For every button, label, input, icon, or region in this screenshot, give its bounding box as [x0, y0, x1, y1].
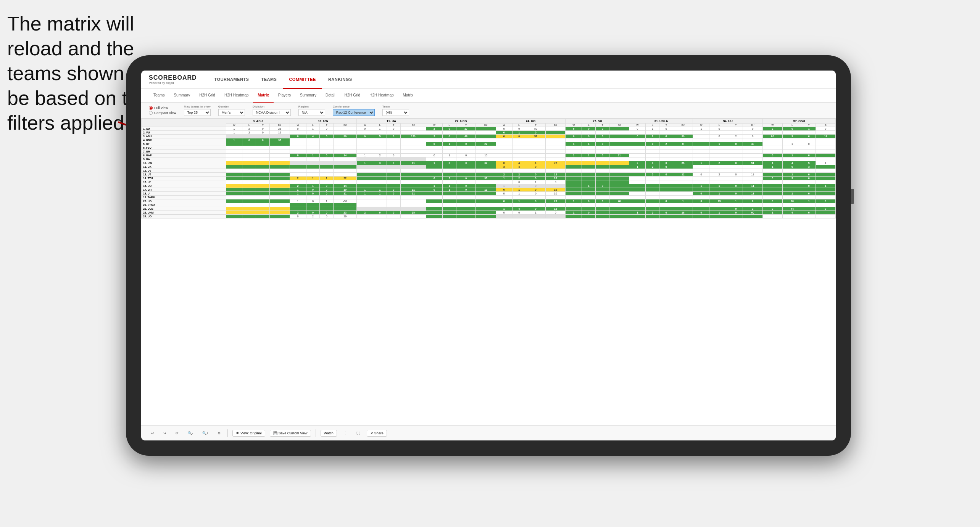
subnav-summary2[interactable]: Summary — [295, 89, 321, 103]
sh-uw-l: L — [306, 124, 320, 127]
division-select[interactable]: NCAA Division I NCAA Division II NCAA Di… — [253, 109, 291, 116]
nav-rankings[interactable]: RANKINGS — [322, 71, 358, 89]
subnav-detail[interactable]: Detail — [321, 89, 340, 103]
matrix-cell — [582, 207, 596, 211]
team-select[interactable]: (All) — [382, 109, 409, 116]
matrix-cell: 0 — [802, 192, 816, 196]
sh-ucla-l: L — [646, 124, 659, 127]
matrix-cell — [373, 142, 387, 146]
watch-label: Watch — [324, 431, 334, 435]
matrix-cell — [426, 211, 443, 215]
zoom-out-button[interactable]: 🔍- — [185, 430, 195, 436]
subnav-summary[interactable]: Summary — [169, 89, 195, 103]
matrix-cell — [659, 154, 673, 157]
matrix-cell — [566, 173, 582, 177]
nav-committee[interactable]: COMMITTEE — [283, 71, 322, 89]
share-button[interactable]: ↗ Share — [367, 430, 387, 437]
matrix-cell: 0 — [512, 135, 526, 138]
subnav-teams[interactable]: Teams — [149, 89, 169, 103]
matrix-cell — [582, 215, 596, 219]
matrix-cell — [290, 173, 306, 177]
sh-ucb-w: W — [426, 124, 443, 127]
sh-asu-l: L — [242, 124, 256, 127]
sh-ucb-l: L — [442, 124, 456, 127]
matrix-cell: 0 — [357, 135, 373, 138]
matrix-cell — [659, 215, 673, 219]
matrix-cell — [673, 192, 693, 196]
view-original-button[interactable]: 👁 View: Original — [232, 430, 265, 437]
subnav-matrix2[interactable]: Matrix — [398, 89, 418, 103]
conference-select[interactable]: Pac-12 Conference (All) ACC Big Ten — [333, 109, 375, 116]
matrix-cell — [693, 142, 709, 146]
gender-select[interactable]: Men's Women's — [218, 109, 245, 116]
matrix-cell — [242, 199, 256, 203]
max-teams-filter: Max teams in view Top 25 Top 50 All — [184, 105, 211, 116]
watch-button[interactable]: Watch — [321, 430, 337, 437]
matrix-cell — [270, 157, 290, 161]
row-label: 5. UT — [142, 142, 226, 146]
matrix-cell — [226, 157, 242, 161]
matrix-cell — [400, 142, 426, 146]
settings-button[interactable]: ⚙ — [215, 430, 223, 436]
matrix-cell: 32 — [476, 161, 496, 165]
matrix-cell — [256, 211, 270, 215]
subnav-h2h-heatmap[interactable]: H2H Heatmap — [220, 89, 253, 103]
matrix-cell: 1 — [306, 177, 320, 180]
matrix-cell — [306, 142, 320, 146]
matrix-cell — [270, 177, 290, 180]
matrix-cell — [566, 196, 582, 199]
refresh-button[interactable]: ⟳ — [173, 430, 181, 436]
matrix-cell — [629, 215, 646, 219]
matrix-cell — [526, 157, 546, 161]
matrix-cell — [763, 215, 783, 219]
matrix-cell: 1 — [582, 154, 596, 157]
matrix-cell: 0 — [729, 184, 743, 188]
matrix-cell — [596, 192, 609, 196]
matrix-cell — [802, 138, 816, 142]
save-custom-button[interactable]: 💾 Save Custom View — [270, 430, 311, 437]
matrix-cell: 22 — [476, 142, 496, 146]
row-label: 14. TTU — [142, 177, 226, 180]
matrix-cell — [400, 127, 426, 131]
subnav-matrix[interactable]: Matrix — [253, 89, 273, 103]
matrix-cell — [442, 157, 456, 161]
fullscreen-button[interactable]: ⛶ — [354, 430, 362, 436]
matrix-cell — [476, 131, 496, 135]
matrix-cell — [693, 146, 709, 150]
matrix-cell — [242, 188, 256, 192]
zoom-in-button[interactable]: 🔍+ — [200, 430, 211, 436]
matrix-cell — [646, 203, 659, 207]
matrix-cell — [646, 184, 659, 188]
full-view-radio[interactable]: Full View — [149, 106, 176, 110]
table-row: 18. U1001111011010100101310 — [142, 192, 836, 196]
matrix-cell: 0 — [357, 127, 373, 131]
undo-button[interactable]: ↩ — [149, 430, 156, 436]
matrix-cell — [357, 169, 373, 173]
subnav-h2h-grid[interactable]: H2H Grid — [195, 89, 220, 103]
max-teams-select[interactable]: Top 25 Top 50 All — [184, 109, 211, 116]
matrix-cell — [512, 154, 526, 157]
matrix-cell — [320, 161, 334, 165]
tablet-side-button — [851, 189, 854, 204]
matrix-cell: 0 — [387, 154, 400, 157]
matrix-cell — [270, 142, 290, 146]
nav-teams[interactable]: TEAMS — [255, 71, 283, 89]
more-button[interactable]: ⋮ — [342, 430, 350, 436]
subnav-h2h-grid2[interactable]: H2H Grid — [340, 89, 365, 103]
matrix-cell — [782, 157, 802, 161]
matrix-cell — [387, 131, 400, 135]
subnav-h2h-heatmap2[interactable]: H2H Heatmap — [365, 89, 398, 103]
nav-tournaments[interactable]: TOURNAMENTS — [208, 71, 255, 89]
redo-button[interactable]: ↪ — [161, 430, 169, 436]
matrix-cell — [426, 192, 443, 196]
compact-view-radio[interactable]: Compact View — [149, 111, 176, 115]
region-select[interactable]: N/A East West — [298, 109, 325, 116]
matrix-cell — [400, 165, 426, 169]
col-group-uo: 24. UO — [496, 119, 566, 124]
region-filter: Region N/A East West — [298, 105, 325, 116]
matrix-cell — [816, 180, 836, 184]
matrix-wrapper[interactable]: 3. ASU 10. UW 11. UA 22. UCB 24. UO 27. … — [141, 119, 836, 425]
matrix-cell — [242, 215, 256, 219]
subnav-players[interactable]: Players — [274, 89, 295, 103]
matrix-cell: 4 — [512, 161, 526, 165]
